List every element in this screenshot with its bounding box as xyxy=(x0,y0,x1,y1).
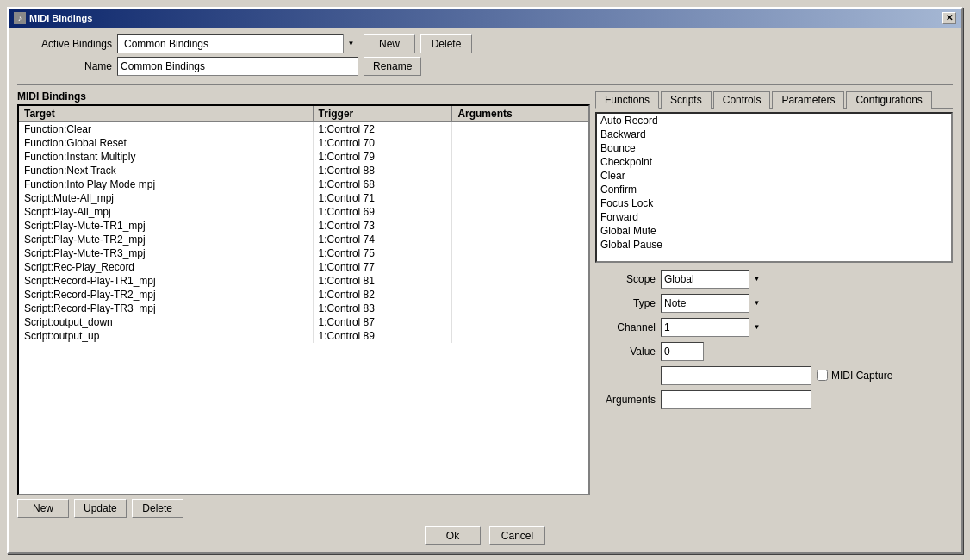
tab-configurations[interactable]: Configurations xyxy=(846,91,931,109)
table-body: Function:Clear1:Control 72Function:Globa… xyxy=(19,121,588,343)
table-row[interactable]: Script:Play-Mute-TR1_mpj1:Control 73 xyxy=(19,219,588,233)
col-trigger: Trigger xyxy=(313,106,452,122)
cell-target: Script:Record-Play-TR3_mpj xyxy=(19,302,313,315)
bindings-panel: MIDI Bindings Target Trigger Arguments F… xyxy=(17,90,590,518)
function-item[interactable]: Backward xyxy=(597,128,951,141)
cell-arguments xyxy=(452,205,588,219)
table-new-button[interactable]: New xyxy=(17,499,69,518)
cell-trigger: 1:Control 83 xyxy=(313,302,452,315)
cell-trigger: 1:Control 81 xyxy=(313,274,452,288)
cell-trigger: 1:Control 87 xyxy=(313,315,452,329)
function-item[interactable]: Auto Record xyxy=(597,114,951,128)
name-input[interactable] xyxy=(117,57,358,76)
table-row[interactable]: Script:Rec-Play_Record1:Control 77 xyxy=(19,260,588,274)
active-bindings-label: Active Bindings xyxy=(17,38,112,50)
bottom-buttons: New Update Delete xyxy=(17,499,590,518)
arguments-label: Arguments xyxy=(595,394,656,406)
top-form: Active Bindings Common Bindings ▼ New De… xyxy=(17,34,953,76)
table-update-button[interactable]: Update xyxy=(74,499,127,518)
table-row[interactable]: Function:Instant Multiply1:Control 79 xyxy=(19,150,588,164)
cell-target: Function:Clear xyxy=(19,121,313,136)
function-item[interactable]: Forward xyxy=(597,210,951,224)
cell-trigger: 1:Control 70 xyxy=(313,136,452,150)
channel-select[interactable]: 1234 5678 xyxy=(661,318,764,337)
right-form-section: Scope Global Track Loop ▼ Type xyxy=(595,270,953,409)
cell-target: Script:Record-Play-TR2_mpj xyxy=(19,288,313,302)
cell-target: Function:Instant Multiply xyxy=(19,150,313,164)
function-item[interactable]: Bounce xyxy=(597,141,951,155)
cell-arguments xyxy=(452,164,588,177)
tab-scripts[interactable]: Scripts xyxy=(661,91,712,109)
function-item[interactable]: Checkpoint xyxy=(597,155,951,169)
type-row: Type Note Control Program ▼ xyxy=(595,294,953,313)
table-header-row: Target Trigger Arguments xyxy=(19,106,588,122)
window-content: Active Bindings Common Bindings ▼ New De… xyxy=(9,28,961,552)
cell-trigger: 1:Control 88 xyxy=(313,164,452,177)
ok-button[interactable]: Ok xyxy=(425,526,481,545)
functions-list: Auto RecordBackwardBounceCheckpointClear… xyxy=(597,114,951,252)
table-header: Target Trigger Arguments xyxy=(19,106,588,122)
active-bindings-row: Active Bindings Common Bindings ▼ New De… xyxy=(17,34,953,53)
tab-controls[interactable]: Controls xyxy=(713,91,771,109)
scope-label: Scope xyxy=(595,273,656,285)
cell-trigger: 1:Control 75 xyxy=(313,246,452,260)
table-row[interactable]: Function:Clear1:Control 72 xyxy=(19,121,588,136)
type-label: Type xyxy=(595,297,656,309)
tab-functions[interactable]: Functions xyxy=(595,91,659,109)
function-item[interactable]: Clear xyxy=(597,169,951,183)
col-target: Target xyxy=(19,106,313,122)
cell-arguments xyxy=(452,121,588,136)
value-input[interactable] xyxy=(661,342,704,361)
table-row[interactable]: Script:output_down1:Control 87 xyxy=(19,315,588,329)
header-new-button[interactable]: New xyxy=(364,34,415,53)
table-row[interactable]: Script:Play-All_mpj1:Control 69 xyxy=(19,205,588,219)
cell-target: Script:Play-All_mpj xyxy=(19,205,313,219)
table-row[interactable]: Script:Play-Mute-TR3_mpj1:Control 75 xyxy=(19,246,588,260)
cancel-button[interactable]: Cancel xyxy=(489,526,545,545)
table-row[interactable]: Script:Record-Play-TR3_mpj1:Control 83 xyxy=(19,302,588,315)
cell-trigger: 1:Control 82 xyxy=(313,288,452,302)
cell-trigger: 1:Control 71 xyxy=(313,191,452,205)
cell-arguments xyxy=(452,329,588,343)
functions-list-container[interactable]: Auto RecordBackwardBounceCheckpointClear… xyxy=(595,112,953,263)
table-row[interactable]: Script:Mute-All_mpj1:Control 71 xyxy=(19,191,588,205)
function-item[interactable]: Global Pause xyxy=(597,238,951,252)
cell-arguments xyxy=(452,219,588,233)
active-bindings-select[interactable]: Common Bindings xyxy=(117,34,358,53)
function-item[interactable]: Focus Lock xyxy=(597,196,951,210)
cell-arguments xyxy=(452,177,588,191)
scope-row: Scope Global Track Loop ▼ xyxy=(595,270,953,289)
table-delete-button[interactable]: Delete xyxy=(132,499,183,518)
cell-arguments xyxy=(452,315,588,329)
tab-parameters[interactable]: Parameters xyxy=(772,91,844,109)
arguments-input[interactable] xyxy=(661,390,811,409)
table-row[interactable]: Function:Global Reset1:Control 70 xyxy=(19,136,588,150)
arguments-row: Arguments xyxy=(595,390,953,409)
table-row[interactable]: Function:Next Track1:Control 88 xyxy=(19,164,588,177)
close-button[interactable]: ✕ xyxy=(942,12,956,24)
bindings-table-container[interactable]: Target Trigger Arguments Function:Clear1… xyxy=(17,104,590,495)
cell-target: Function:Global Reset xyxy=(19,136,313,150)
title-bar-left: ♪ MIDI Bindings xyxy=(14,12,92,24)
function-item[interactable]: Global Mute xyxy=(597,224,951,238)
midi-bindings-window: ♪ MIDI Bindings ✕ Active Bindings Common… xyxy=(7,7,963,554)
table-row[interactable]: Script:Record-Play-TR1_mpj1:Control 81 xyxy=(19,274,588,288)
midi-capture-checkbox[interactable] xyxy=(817,370,828,381)
midi-capture-input[interactable] xyxy=(661,366,811,385)
table-row[interactable]: Script:Record-Play-TR2_mpj1:Control 82 xyxy=(19,288,588,302)
main-area: MIDI Bindings Target Trigger Arguments F… xyxy=(17,90,953,518)
cell-arguments xyxy=(452,288,588,302)
rename-button[interactable]: Rename xyxy=(364,57,421,76)
header-delete-button[interactable]: Delete xyxy=(420,34,472,53)
table-row[interactable]: Script:output_up1:Control 89 xyxy=(19,329,588,343)
cell-trigger: 1:Control 77 xyxy=(313,260,452,274)
scope-select[interactable]: Global Track Loop xyxy=(661,270,764,289)
cell-target: Script:Rec-Play_Record xyxy=(19,260,313,274)
bindings-panel-title: MIDI Bindings xyxy=(17,90,590,103)
type-select-wrapper: Note Control Program ▼ xyxy=(661,294,764,313)
function-item[interactable]: Confirm xyxy=(597,183,951,196)
table-row[interactable]: Function:Into Play Mode mpj1:Control 68 xyxy=(19,177,588,191)
table-row[interactable]: Script:Play-Mute-TR2_mpj1:Control 74 xyxy=(19,233,588,246)
title-bar: ♪ MIDI Bindings ✕ xyxy=(9,9,961,28)
type-select[interactable]: Note Control Program xyxy=(661,294,764,313)
